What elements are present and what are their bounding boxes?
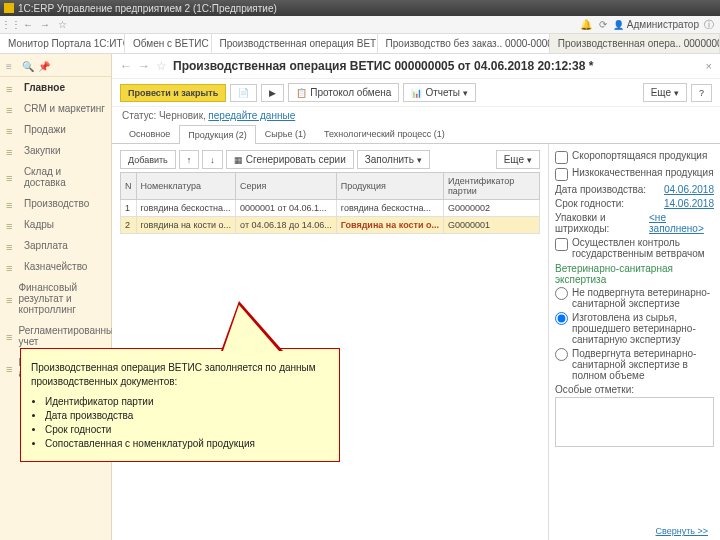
subtab-products[interactable]: Продукция (2): [179, 125, 256, 144]
page-title: Производственная операция ВЕТИС 00000000…: [173, 59, 700, 73]
star-icon: [6, 83, 18, 93]
products-table: N Номенклатура Серия Продукция Идентифик…: [120, 172, 540, 234]
up-button[interactable]: ↑: [179, 150, 200, 169]
tab-1[interactable]: Обмен с ВЕТИС×: [125, 34, 212, 53]
post-close-button[interactable]: Провести и закрыть: [120, 84, 226, 102]
pack-link[interactable]: <не заполнено>: [649, 212, 714, 234]
grid-icon[interactable]: ⋮⋮: [4, 18, 18, 32]
list-icon: [6, 241, 18, 251]
list-icon: [6, 220, 18, 230]
list-icon: [6, 294, 12, 304]
sidebar-item[interactable]: Закупки: [0, 140, 111, 161]
sidebar-item[interactable]: Производство: [0, 193, 111, 214]
sidebar-item[interactable]: Казначейство: [0, 256, 111, 277]
annotation-callout: Производственная операция ВЕТИС заполняе…: [20, 348, 340, 462]
gen-series-button[interactable]: ▦ Сгенерировать серии: [226, 150, 354, 169]
sidebar: ≡🔍📌 Главное CRM и маркетинг Продажи Заку…: [0, 54, 112, 540]
info-icon[interactable]: ⓘ: [702, 18, 716, 32]
list-icon: [6, 199, 18, 209]
list-icon: [6, 125, 18, 135]
history-icon[interactable]: ⟳: [596, 18, 610, 32]
sidebar-item[interactable]: Склад и доставка: [0, 161, 111, 193]
prod-date-link[interactable]: 04.06.2018: [664, 184, 714, 195]
tab-4[interactable]: Производственная опера.. 000000005×: [550, 34, 720, 53]
window-titlebar: 1С:ERP Управление предприятием 2 (1С:Пре…: [0, 0, 720, 16]
close-icon[interactable]: ×: [706, 60, 712, 72]
fill-button[interactable]: Заполнить ▾: [357, 150, 430, 169]
col-id[interactable]: Идентификатор партии: [443, 173, 539, 200]
right-panel: Скоропортящаяся продукция Низкокачествен…: [548, 144, 720, 540]
subtab-tech[interactable]: Технологический процесс (1): [315, 124, 454, 143]
table-row[interactable]: 1говядина бескостна...0000001 от 04.06.1…: [121, 200, 540, 217]
subtab-main[interactable]: Основное: [120, 124, 179, 143]
reports-button[interactable]: 📊 Отчеты ▾: [403, 83, 476, 102]
fwd-icon[interactable]: →: [38, 18, 52, 32]
fav-icon[interactable]: ☆: [156, 59, 167, 73]
list-icon: [6, 146, 18, 156]
col-ser[interactable]: Серия: [236, 173, 337, 200]
add-button[interactable]: Добавить: [120, 150, 176, 169]
sidebar-item[interactable]: Кадры: [0, 214, 111, 235]
subtab-raw[interactable]: Сырье (1): [256, 124, 315, 143]
notes-field[interactable]: [555, 397, 714, 447]
list-icon: [6, 104, 18, 114]
status-link[interactable]: передайте данные: [208, 110, 295, 121]
col-n[interactable]: N: [121, 173, 137, 200]
table-row[interactable]: 2говядина на кости о...от 04.06.18 до 14…: [121, 217, 540, 234]
col-nom[interactable]: Номенклатура: [136, 173, 236, 200]
document-tabs: Монитор Портала 1С:ИТС× Обмен с ВЕТИС× П…: [0, 34, 720, 54]
post-button[interactable]: ▶: [261, 84, 284, 102]
vet-section: Ветеринарно-санитарная экспертиза: [555, 263, 714, 285]
sidebar-item[interactable]: Финансовый результат и контроллинг: [0, 277, 111, 320]
col-prod[interactable]: Продукция: [336, 173, 443, 200]
list-icon: [6, 262, 18, 272]
more2-button[interactable]: Еще ▾: [496, 150, 540, 169]
more-button[interactable]: Еще ▾: [643, 83, 687, 102]
sidebar-item-main[interactable]: Главное: [0, 77, 111, 98]
star-icon[interactable]: ☆: [55, 18, 69, 32]
menu-icon[interactable]: ≡: [6, 61, 18, 73]
user-label[interactable]: 👤 Администратор: [613, 19, 699, 30]
notes-label: Особые отметки:: [555, 384, 714, 395]
app-toolbar: ⋮⋮ ← → ☆ 🔔 ⟳ 👤 Администратор ⓘ: [0, 16, 720, 34]
window-title: 1С:ERP Управление предприятием 2 (1С:Пре…: [18, 3, 277, 14]
protocol-button[interactable]: 📋 Протокол обмена: [288, 83, 399, 102]
back-icon[interactable]: ←: [21, 18, 35, 32]
list-icon: [6, 172, 18, 182]
nav-fwd-icon[interactable]: →: [138, 59, 150, 73]
vet-r1[interactable]: Не подвергнута ветеринарно-санитарной эк…: [555, 287, 714, 309]
vet-r3[interactable]: Подвергнута ветеринарно-санитарной экспе…: [555, 348, 714, 381]
sidebar-item[interactable]: Зарплата: [0, 235, 111, 256]
help-button[interactable]: ?: [691, 84, 712, 102]
tab-3[interactable]: Производство без заказ.. 0000-000002×: [378, 34, 550, 53]
bell-icon[interactable]: 🔔: [579, 18, 593, 32]
sidebar-item[interactable]: CRM и маркетинг: [0, 98, 111, 119]
save-button[interactable]: 📄: [230, 84, 257, 102]
status-line: Статус: Черновик, передайте данные: [112, 107, 720, 124]
perishable-check[interactable]: Скоропортящаяся продукция: [555, 150, 714, 164]
pin-icon[interactable]: 📌: [38, 61, 50, 73]
tab-2[interactable]: Производственная операция ВЕТИС×: [212, 34, 378, 53]
lowq-check[interactable]: Низкокачественная продукция: [555, 167, 714, 181]
sidebar-item[interactable]: Продажи: [0, 119, 111, 140]
app-icon: [4, 3, 14, 13]
vet-r2[interactable]: Изготовлена из сырья, прошедшего ветерин…: [555, 312, 714, 345]
list-icon: [6, 331, 12, 341]
nav-back-icon[interactable]: ←: [120, 59, 132, 73]
down-button[interactable]: ↓: [202, 150, 223, 169]
list-icon: [6, 363, 12, 373]
collapse-link[interactable]: Свернуть >>: [656, 526, 708, 536]
search-icon[interactable]: 🔍: [22, 61, 34, 73]
vet-control-check[interactable]: Осуществлен контроль государственным вет…: [555, 237, 714, 259]
expiry-link[interactable]: 14.06.2018: [664, 198, 714, 209]
tab-0[interactable]: Монитор Портала 1С:ИТС×: [0, 34, 125, 53]
